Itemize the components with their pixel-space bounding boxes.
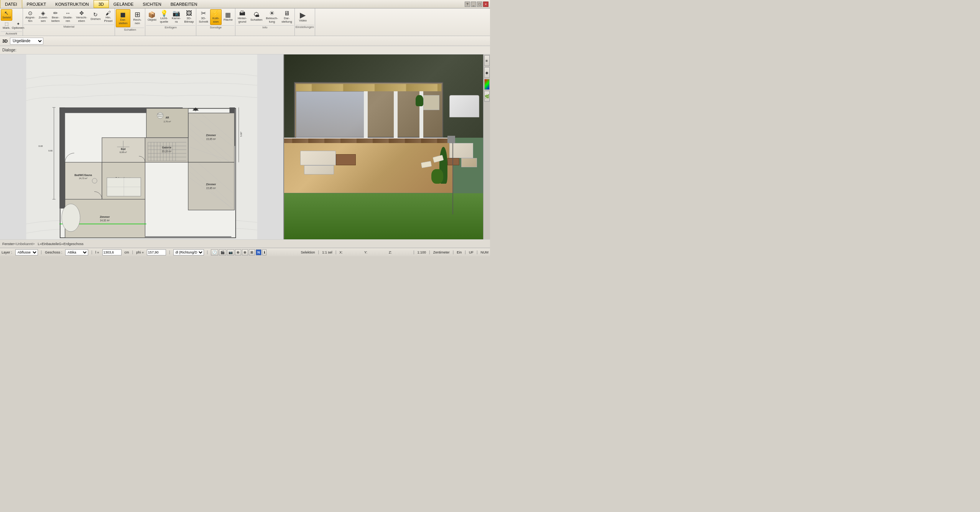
svg-rect-6 [65, 162, 102, 199]
geschoss-label: Geschoss : [45, 250, 62, 254]
schatten-info-button[interactable]: 🌤 Schatten [249, 11, 264, 23]
info-status-button[interactable]: ℹ [262, 249, 266, 255]
3dbitmap-button[interactable]: 🖼 3D-Bitmap [183, 9, 196, 25]
skalieren-button[interactable]: ↔ Skalie-ren [62, 9, 74, 24]
status-bar: Layer : Abflusse | Geschoss : Attika | l… [0, 248, 490, 256]
l-unit-label: cm [125, 250, 129, 254]
y-label: Y: [364, 250, 367, 254]
maximize-button[interactable]: □ [477, 2, 482, 7]
svg-text:5.06*: 5.06* [240, 132, 242, 137]
flaeche-button[interactable]: ▦ Fläche [222, 11, 234, 23]
svg-rect-48 [188, 162, 235, 210]
svg-text:15,85 m²: 15,85 m² [206, 138, 216, 140]
help-button[interactable]: ? [465, 2, 470, 7]
3dschnitt-button[interactable]: ✂ 3D-Schnitt [197, 9, 209, 25]
drehen-button[interactable]: ↻ Drehen [89, 11, 102, 22]
snap-button[interactable]: ⊕ [235, 249, 241, 255]
layer-select[interactable]: Abflusse [15, 249, 38, 255]
menu-bearbeiten[interactable]: BEARBEITEN [166, 0, 202, 8]
phi-label: phi = [136, 250, 144, 254]
svg-text:Zimmer: Zimmer [100, 215, 110, 219]
menu-projekt[interactable]: PROJEKT [22, 0, 51, 8]
panel-resizer[interactable] [447, 136, 455, 143]
menu-gelaende[interactable]: GELÄNDE [109, 0, 138, 8]
kamera-button[interactable]: 📷 Kame-ra [170, 9, 183, 25]
sonstige-label: Sonstige [197, 25, 234, 30]
mark-button[interactable]: ⬚ Mark. [1, 21, 12, 31]
hinpinsel-button[interactable]: 🖌 Hin.Pinsel [102, 9, 114, 24]
close-button[interactable]: × [483, 2, 488, 7]
compass-button[interactable]: N [256, 249, 261, 255]
svg-rect-4 [59, 190, 65, 208]
rechnen-button[interactable]: ⊞ Rech-nen [131, 9, 144, 27]
optionen-button[interactable]: ✦ Optionen [12, 21, 24, 31]
objekt-button[interactable]: 📦 Objekt [146, 11, 158, 23]
num-label: NUM [481, 250, 489, 254]
schatten-label: Schatten [116, 28, 144, 32]
info-label: Info [236, 25, 294, 30]
bearbeiten-toolbar-button[interactable]: ✏ Bear-beiten [50, 9, 61, 24]
colors-icon[interactable] [484, 79, 490, 90]
x-label: X: [339, 250, 343, 254]
video-button[interactable]: ▶ Video [296, 9, 310, 25]
dialoge-label: Dialoge: [2, 48, 16, 52]
einfuegen-label: Einfügen [146, 25, 196, 30]
materials-icon[interactable]: ◈ [484, 67, 490, 78]
zuweisen-button[interactable]: ◈ Zuwei-sen [37, 9, 49, 24]
lichtquelle-button[interactable]: 💡 Licht-quelle [158, 9, 170, 25]
l-value-label: l = [95, 250, 99, 254]
view-mode-label: 3D [2, 39, 8, 43]
camera2-button[interactable]: 📷 [227, 249, 234, 255]
svg-text:24,73 m²: 24,73 m² [79, 177, 87, 179]
abgreifen-button[interactable]: ⊙ Abgrei-fen [24, 9, 37, 24]
floor-plan-svg[interactable]: Bad/WC/Sauna 24,73 m² Schrankraum 8,80 m… [0, 54, 283, 239]
l-value-input[interactable] [102, 249, 122, 255]
menu-konstruktion[interactable]: KONSTRUKTION [51, 0, 93, 8]
info-bar-bottom: Fenster <Unbekannt> L=Einbauteile G=Erdg… [0, 239, 490, 248]
svg-text:Zimmer: Zimmer [206, 133, 216, 137]
layers-icon[interactable]: ≡ [484, 55, 490, 66]
plants-icon[interactable]: 🌿 [484, 91, 490, 102]
auswahl-label: Auswahl [1, 31, 22, 36]
menu-3d[interactable]: 3D [94, 0, 109, 8]
floor-plan-panel: Bad/WC/Sauna 24,73 m² Schrankraum 8,80 m… [0, 54, 284, 239]
dl-select[interactable]: dl (Richtung/Di [173, 249, 204, 255]
unit-label: Zentimeter [433, 250, 450, 254]
phi-value-input[interactable] [147, 249, 166, 255]
layer-label: Layer : [2, 250, 12, 254]
svg-text:Zimmer: Zimmer [206, 183, 216, 186]
kollision-button[interactable]: ⚡ Kolli-sion [210, 9, 222, 25]
verschieben-button[interactable]: ✥ Verschi-eben [74, 9, 89, 24]
snap2-button[interactable]: ⊗ [242, 249, 248, 255]
clock-button[interactable]: 🕐 [211, 249, 218, 255]
grid-button[interactable]: ⊞ [249, 249, 255, 255]
svg-text:abwurf: abwurf [158, 115, 163, 117]
svg-rect-58 [146, 109, 188, 138]
material-label: Material [24, 25, 114, 29]
selekt-button[interactable]: ↖ Selekt [1, 9, 12, 21]
scale-label: 1:1 sel [322, 250, 332, 254]
g-label: G=Erdgeschoss [59, 242, 83, 246]
svg-text:8.08: 8.08 [39, 145, 43, 147]
hintergrund-button[interactable]: 🏔 Hinter-grund [236, 9, 248, 25]
svg-text:2,75 m²: 2,75 m² [164, 120, 171, 123]
geschoss-select[interactable]: Attika [65, 249, 88, 255]
selektion-label: Selektion [301, 250, 315, 254]
svg-rect-3 [59, 107, 65, 197]
menu-sichten[interactable]: SICHTEN [138, 0, 166, 8]
dialoge-bar: Dialoge: [0, 46, 490, 54]
l-label: L=Einbauteile [38, 242, 59, 246]
beleuchtung-button[interactable]: ☀ Beleuch-tung [265, 9, 280, 25]
minimize-button[interactable]: _ [471, 2, 476, 7]
svg-rect-64 [145, 236, 231, 238]
svg-text:Wäsche: Wäsche [158, 113, 163, 115]
darstellung-button[interactable]: 🖥 Dar-stellung [280, 9, 294, 25]
darstellen-button[interactable]: ◼ Dar-stellen [116, 9, 130, 27]
svg-point-95 [62, 204, 80, 232]
film-button[interactable]: 🎬 [219, 249, 226, 255]
view-3d-panel[interactable] [284, 54, 483, 239]
terrain-select[interactable]: Urgelände Sichtgelände Kein Gelände [10, 38, 43, 44]
svg-text:14,32 m²: 14,32 m² [100, 219, 110, 222]
menu-datei[interactable]: DATEI [0, 0, 22, 8]
fenster-label: Fenster [2, 242, 14, 246]
